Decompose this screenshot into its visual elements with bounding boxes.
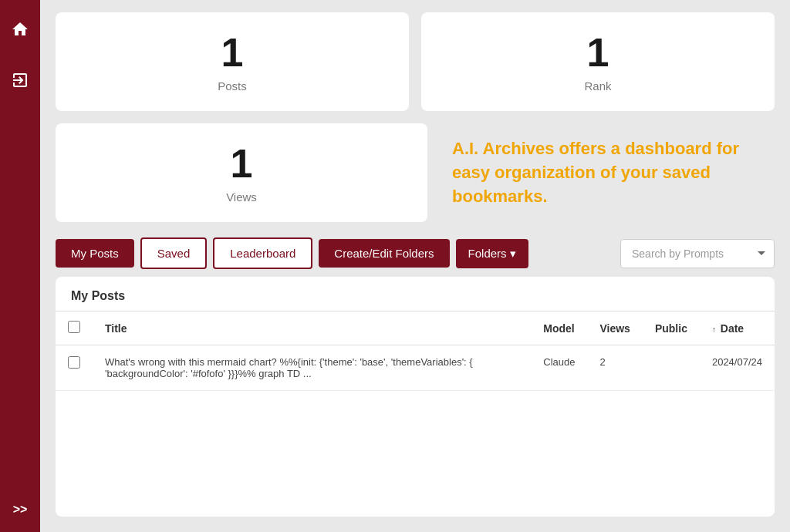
table-header-row: Title Model Views Public ↑ Date xyxy=(56,311,775,345)
views-card: 1 Views xyxy=(56,123,427,222)
row-checkbox[interactable] xyxy=(68,356,80,369)
posts-value: 1 xyxy=(221,31,244,75)
public-column-header[interactable]: Public xyxy=(643,311,700,345)
views-column-header[interactable]: Views xyxy=(587,311,642,345)
rank-card: 1 Rank xyxy=(421,12,775,111)
row-public xyxy=(643,345,700,391)
row-model: Claude xyxy=(531,345,587,391)
posts-label: Posts xyxy=(218,79,247,93)
expand-button[interactable]: >> xyxy=(13,503,28,517)
table-area: My Posts Title Model Views Public ↑ Date… xyxy=(56,277,775,517)
home-icon[interactable] xyxy=(6,15,34,43)
date-sort-arrow: ↑ xyxy=(712,325,716,334)
row-date: 2024/07/24 xyxy=(700,345,775,391)
posts-table: Title Model Views Public ↑ Date What's w… xyxy=(56,311,775,391)
row-views: 2 xyxy=(587,345,642,391)
row-checkbox-cell[interactable] xyxy=(56,345,93,391)
rank-value: 1 xyxy=(587,31,609,75)
sidebar: >> xyxy=(0,0,40,532)
toolbar: My Posts Saved Leaderboard Create/Edit F… xyxy=(40,222,790,277)
saved-button[interactable]: Saved xyxy=(140,237,208,269)
posts-card: 1 Posts xyxy=(56,12,409,111)
promo-section: A.I. Archives offers a dashboard for eas… xyxy=(440,123,775,222)
folders-dropdown-button[interactable]: Folders ▾ xyxy=(456,239,528,268)
stats-row-2: 1 Views A.I. Archives offers a dashboard… xyxy=(40,111,790,222)
model-column-header[interactable]: Model xyxy=(531,311,587,345)
table-row: What's wrong with this mermaid chart? %%… xyxy=(56,345,775,391)
views-label: Views xyxy=(226,190,257,204)
stats-row-1: 1 Posts 1 Rank xyxy=(40,0,790,111)
main-content: 1 Posts 1 Rank 1 Views A.I. Archives off… xyxy=(40,0,790,532)
my-posts-button[interactable]: My Posts xyxy=(56,239,134,268)
select-all-checkbox[interactable] xyxy=(68,321,80,333)
row-title: What's wrong with this mermaid chart? %%… xyxy=(93,345,531,391)
logout-icon[interactable] xyxy=(6,66,34,94)
date-column-header[interactable]: ↑ Date xyxy=(700,311,775,345)
title-column-header[interactable]: Title xyxy=(93,311,531,345)
promo-text: A.I. Archives offers a dashboard for eas… xyxy=(452,137,762,208)
create-edit-folders-button[interactable]: Create/Edit Folders xyxy=(319,239,449,268)
select-all-header[interactable] xyxy=(56,311,93,345)
table-title: My Posts xyxy=(56,277,775,311)
rank-label: Rank xyxy=(584,79,611,93)
views-value: 1 xyxy=(231,142,253,186)
search-by-prompts-select[interactable]: Search by Prompts xyxy=(620,239,775,268)
leaderboard-button[interactable]: Leaderboard xyxy=(213,237,312,269)
